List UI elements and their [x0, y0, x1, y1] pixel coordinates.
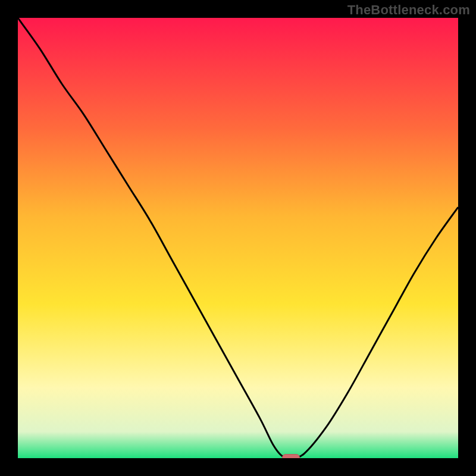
- bottleneck-curve: [18, 18, 458, 458]
- optimal-marker: [282, 454, 300, 458]
- plot-area: [18, 18, 458, 458]
- watermark-text: TheBottleneck.com: [347, 2, 470, 18]
- chart-container: TheBottleneck.com: [0, 0, 476, 476]
- curve-path: [18, 18, 458, 458]
